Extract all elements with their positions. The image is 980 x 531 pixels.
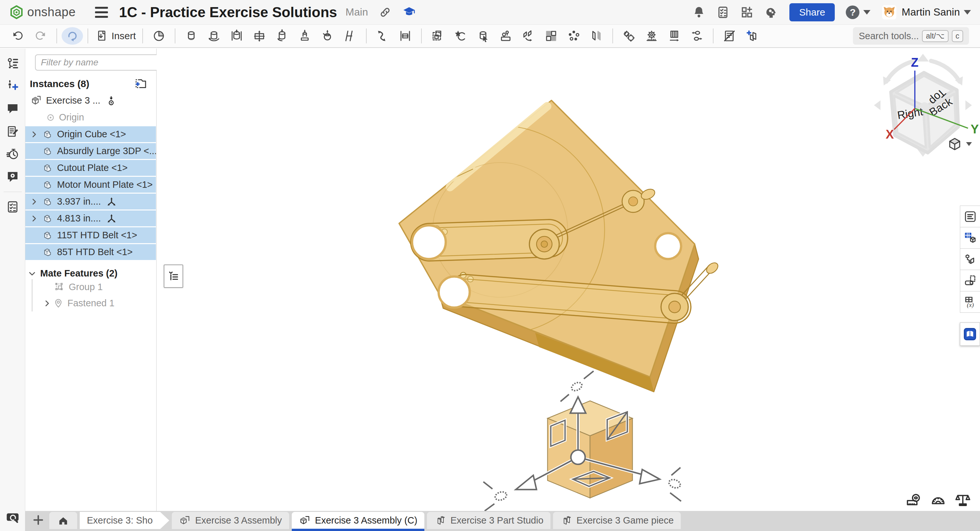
branch-label[interactable]: Main bbox=[345, 6, 368, 18]
limits-button[interactable] bbox=[394, 27, 417, 45]
tab-exercise3-part-studio[interactable]: Exercise 3 Part Studio bbox=[427, 512, 550, 529]
mate-connector-button[interactable] bbox=[472, 27, 495, 45]
toolbar-separator bbox=[88, 29, 88, 43]
instance-label: 4.813 in.... bbox=[57, 213, 101, 224]
share-button[interactable]: Share bbox=[789, 3, 835, 21]
mass-properties-icon[interactable] bbox=[955, 492, 971, 508]
right-panel-named-views[interactable] bbox=[960, 270, 980, 292]
help-icon: ? bbox=[846, 5, 859, 19]
ball-mate-button[interactable] bbox=[316, 27, 339, 45]
tree-row-group1[interactable]: Group 1 bbox=[25, 279, 156, 295]
undo-button[interactable] bbox=[6, 27, 29, 45]
insert-button[interactable]: Insert bbox=[93, 27, 138, 45]
snap-mode-button[interactable] bbox=[449, 27, 472, 45]
chevron-right-icon[interactable] bbox=[30, 130, 38, 139]
pin-slot-mate-button[interactable] bbox=[293, 27, 316, 45]
sidebar-item-comments[interactable] bbox=[3, 98, 23, 119]
mate-button[interactable] bbox=[148, 27, 170, 45]
tangent-mate-button[interactable] bbox=[339, 27, 361, 45]
chevron-right-icon[interactable] bbox=[30, 214, 38, 223]
sidebar-item-search-tabs[interactable] bbox=[3, 507, 23, 528]
assembly-toolbar: Insert Search tools... alt/⌥ c bbox=[0, 25, 980, 48]
right-panel-variables[interactable]: (x) bbox=[960, 291, 980, 313]
copy-link-icon[interactable] bbox=[378, 5, 392, 19]
belt-relation-button[interactable] bbox=[686, 27, 708, 45]
instance-row[interactable]: 3.937 in.... bbox=[25, 193, 156, 209]
hide-bom-button[interactable] bbox=[718, 27, 741, 45]
tasks-clipboard-icon[interactable] bbox=[716, 5, 730, 19]
filter-by-name-input[interactable] bbox=[35, 54, 165, 71]
tab-exercise3-assembly[interactable]: Exercise 3 Assembly bbox=[172, 512, 289, 529]
exploded-view-button[interactable] bbox=[585, 27, 608, 45]
tab-home[interactable] bbox=[49, 512, 77, 529]
right-panel-learning-center[interactable] bbox=[960, 322, 980, 346]
instance-row[interactable]: 85T HTD Belt <1> bbox=[25, 244, 156, 260]
sidebar-item-tasks-checklist[interactable] bbox=[3, 197, 23, 217]
collapse-tree-button[interactable] bbox=[164, 265, 183, 288]
instance-row[interactable]: Absurdly Large 3DP <... bbox=[25, 143, 156, 159]
user-menu-caret-icon[interactable] bbox=[964, 10, 971, 14]
slider-mate-button[interactable] bbox=[225, 27, 248, 45]
graphics-viewport[interactable]: Top Right Back Z Y X (x) bbox=[157, 49, 980, 511]
group-parts-button[interactable] bbox=[426, 27, 449, 45]
mate-relation-button[interactable] bbox=[371, 27, 394, 45]
circular-pattern-button[interactable] bbox=[562, 27, 585, 45]
sync-icon bbox=[66, 30, 78, 42]
search-tools-input[interactable]: Search tools... alt/⌥ c bbox=[853, 27, 969, 45]
cylindrical-mate-button[interactable] bbox=[271, 27, 293, 45]
revolute-mate-button[interactable] bbox=[203, 27, 225, 45]
tree-row-origin[interactable]: Origin bbox=[25, 109, 156, 125]
rack-pinion-button[interactable] bbox=[663, 27, 686, 45]
tab-exercise3-game-piece[interactable]: Exercise 3 Game piece bbox=[553, 512, 681, 529]
tree-row-fastened1[interactable]: Fastened 1 bbox=[25, 295, 156, 311]
redo-button[interactable] bbox=[29, 27, 52, 45]
onshape-logo-icon[interactable] bbox=[9, 5, 24, 20]
instance-label: 3.937 in.... bbox=[57, 196, 101, 207]
user-name[interactable]: Martin Sanin bbox=[902, 6, 960, 18]
protractor-icon[interactable] bbox=[930, 492, 946, 508]
view-mode-button[interactable] bbox=[947, 136, 972, 152]
user-avatar[interactable] bbox=[881, 5, 897, 20]
fastened-mate-button[interactable] bbox=[180, 27, 203, 45]
tab-label: Exercise 3: Sho bbox=[87, 515, 153, 526]
notifications-bell-icon[interactable] bbox=[692, 5, 706, 19]
right-panel-configurations[interactable] bbox=[960, 248, 980, 270]
tape-measure-icon[interactable] bbox=[905, 492, 922, 508]
part-studio-in-context-button[interactable] bbox=[741, 27, 764, 45]
linear-pattern-button[interactable] bbox=[540, 27, 562, 45]
sidebar-item-history[interactable] bbox=[3, 144, 23, 165]
gear-button[interactable] bbox=[640, 27, 663, 45]
instance-row[interactable]: 4.813 in.... bbox=[25, 211, 156, 226]
instance-row[interactable]: Motor Mount Plate <1> bbox=[25, 177, 156, 193]
sidebar-item-create-version[interactable] bbox=[3, 76, 23, 97]
chevron-right-icon[interactable] bbox=[43, 299, 51, 308]
right-panel-bill-of-materials[interactable] bbox=[960, 227, 980, 249]
insert-parts-button[interactable] bbox=[495, 27, 517, 45]
planar-mate-button[interactable] bbox=[248, 27, 271, 45]
sidebar-item-feedback[interactable] bbox=[3, 166, 23, 187]
chevron-down-icon[interactable] bbox=[28, 269, 36, 278]
tab-document-home[interactable]: Exercise 3: Sho bbox=[80, 512, 169, 529]
sidebar-item-release-notes[interactable] bbox=[3, 121, 23, 142]
sidebar-item-document-structure[interactable] bbox=[3, 53, 23, 74]
ai-assistant-icon[interactable] bbox=[764, 5, 778, 19]
tangent-mate-icon bbox=[343, 29, 357, 43]
collapse-list-icon bbox=[167, 270, 180, 282]
apps-grid-icon[interactable] bbox=[740, 5, 754, 19]
learning-badge-icon[interactable] bbox=[402, 5, 416, 19]
instance-row[interactable]: 115T HTD Belt <1> bbox=[25, 227, 156, 243]
main-menu-icon[interactable] bbox=[95, 7, 108, 18]
snap-mode-icon bbox=[453, 29, 467, 43]
replicate-button[interactable] bbox=[517, 27, 540, 45]
right-panel-feature-list[interactable] bbox=[960, 206, 980, 227]
chevron-right-icon[interactable] bbox=[30, 198, 38, 206]
tab-exercise3-assembly-c[interactable]: Exercise 3 Assembly (C) bbox=[292, 512, 425, 529]
tree-row-assembly-root[interactable]: Exercise 3 ... bbox=[25, 93, 156, 108]
create-folder-icon[interactable] bbox=[134, 77, 147, 90]
add-tab-button[interactable] bbox=[30, 511, 47, 529]
help-menu[interactable]: ? bbox=[846, 5, 870, 19]
gear-relation-button[interactable] bbox=[617, 27, 640, 45]
instance-row[interactable]: Cutout Plate <1> bbox=[25, 160, 156, 176]
sync-button[interactable] bbox=[62, 27, 83, 45]
instance-row[interactable]: Origin Cube <1> bbox=[25, 126, 156, 142]
